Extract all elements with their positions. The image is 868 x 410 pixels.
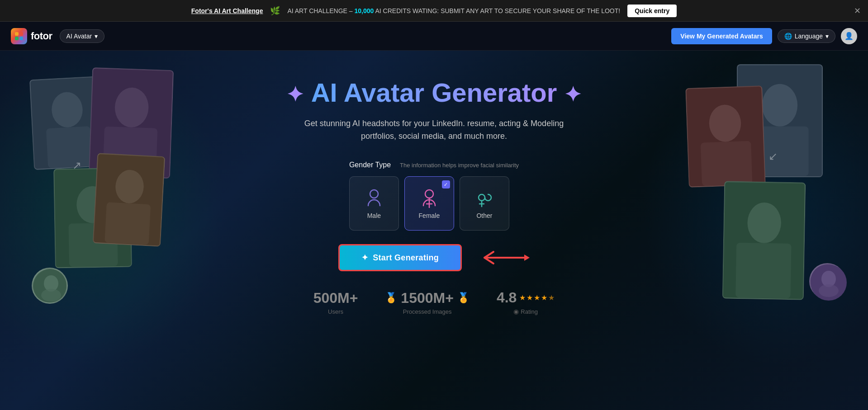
stat-images: 🏅 1500M+ 🏅 Processed Images bbox=[385, 290, 470, 315]
svg-point-35 bbox=[479, 194, 485, 201]
logo[interactable]: fotor bbox=[11, 28, 52, 44]
arrow-svg bbox=[475, 246, 530, 269]
users-number: 500M+ bbox=[313, 290, 358, 306]
ai-avatar-label: AI Avatar bbox=[66, 33, 92, 40]
users-label: Users bbox=[328, 308, 343, 315]
banner-description: AI ART CHALLENGE – 10,000 AI CREDITS WAT… bbox=[287, 7, 620, 14]
gender-hint-text: The information helps improve facial sim… bbox=[400, 162, 519, 169]
challenge-link[interactable]: Fotor's AI Art Challenge bbox=[191, 7, 263, 14]
leaf-icon: 🌿 bbox=[270, 6, 280, 16]
center-content: ✦ AI Avatar Generator ✦ Get stunning AI … bbox=[0, 51, 868, 315]
images-label: Processed Images bbox=[403, 308, 452, 315]
start-generating-button[interactable]: ✦ Start Generating bbox=[338, 244, 462, 271]
start-generating-container: ✦ Start Generating bbox=[338, 244, 530, 271]
stat-rating: 4.8 ★ ★ ★ ★ ★ ◉ Rating bbox=[497, 289, 555, 315]
gender-card-male[interactable]: Male bbox=[349, 176, 399, 231]
wand-icon: ✦ bbox=[361, 253, 368, 263]
close-banner-button[interactable]: ✕ bbox=[854, 6, 861, 16]
svg-rect-1 bbox=[19, 32, 23, 36]
svg-rect-0 bbox=[15, 32, 19, 36]
header-left: fotor AI Avatar ▾ bbox=[11, 28, 104, 44]
top-banner: Fotor's AI Art Challenge 🌿 AI ART CHALLE… bbox=[0, 0, 868, 22]
header: fotor AI Avatar ▾ View My Generated Avat… bbox=[0, 22, 868, 51]
credits-highlight: 10,000 bbox=[355, 7, 374, 14]
arrow-indicator bbox=[475, 246, 530, 269]
laurel-right-icon: 🏅 bbox=[457, 292, 470, 304]
rating-label: Rating bbox=[521, 308, 538, 315]
gender-header: Gender Type The information helps improv… bbox=[349, 161, 519, 169]
hero-subtitle: Get stunning AI headshots for your Linke… bbox=[299, 117, 570, 143]
svg-point-32 bbox=[425, 190, 433, 198]
gender-cards: Male ✓ Female bbox=[349, 176, 509, 231]
ai-avatar-dropdown[interactable]: AI Avatar ▾ bbox=[60, 29, 105, 43]
female-selected-check: ✓ bbox=[442, 180, 450, 189]
other-gender-icon bbox=[474, 188, 495, 208]
male-gender-icon bbox=[364, 188, 384, 208]
star-4: ★ bbox=[541, 293, 547, 302]
globe-icon: 🌐 bbox=[784, 33, 792, 40]
other-gender-label: Other bbox=[476, 212, 492, 219]
logo-text: fotor bbox=[31, 30, 52, 42]
quick-entry-button[interactable]: Quick entry bbox=[627, 5, 677, 17]
star-2: ★ bbox=[526, 293, 533, 302]
images-with-icons: 🏅 1500M+ 🏅 bbox=[385, 290, 470, 306]
star-half: ★ bbox=[548, 293, 555, 302]
logo-icon bbox=[11, 28, 27, 44]
stats-row: 500M+ Users 🏅 1500M+ 🏅 Processed Images … bbox=[313, 289, 555, 315]
compass-icon: ◉ bbox=[513, 308, 519, 315]
star-1: ★ bbox=[519, 293, 526, 302]
page-title: ✦ AI Avatar Generator ✦ bbox=[286, 78, 582, 108]
svg-marker-38 bbox=[524, 254, 530, 261]
title-ai-text: AI Avatar Generator bbox=[311, 78, 564, 107]
gender-card-female[interactable]: ✓ Female bbox=[404, 176, 454, 231]
images-number: 1500M+ bbox=[401, 290, 454, 306]
gender-type-label: Gender Type bbox=[349, 161, 391, 169]
chevron-down-icon: ▾ bbox=[95, 33, 98, 40]
user-avatar[interactable]: 👤 bbox=[841, 28, 857, 44]
sparkle-left-icon: ✦ bbox=[286, 83, 304, 106]
gender-card-other[interactable]: Other bbox=[460, 176, 509, 231]
chevron-down-icon: ▾ bbox=[825, 33, 829, 40]
male-gender-label: Male bbox=[367, 212, 381, 219]
female-gender-label: Female bbox=[419, 212, 440, 219]
rating-number: 4.8 bbox=[497, 289, 517, 306]
laurel-left-icon: 🏅 bbox=[385, 292, 397, 304]
star-rating: ★ ★ ★ ★ ★ bbox=[519, 293, 555, 302]
svg-rect-2 bbox=[15, 37, 19, 40]
language-label: Language bbox=[795, 33, 823, 40]
svg-rect-3 bbox=[19, 37, 23, 40]
language-selector[interactable]: 🌐 Language ▾ bbox=[778, 29, 835, 43]
rating-with-stars: 4.8 ★ ★ ★ ★ ★ bbox=[497, 289, 555, 306]
star-3: ★ bbox=[534, 293, 540, 302]
gender-type-section: Gender Type The information helps improv… bbox=[349, 161, 519, 231]
main-content: ↗ bbox=[0, 51, 868, 410]
view-generated-avatars-button[interactable]: View My Generated Avatars bbox=[671, 28, 772, 44]
svg-point-31 bbox=[370, 190, 378, 198]
stat-users: 500M+ Users bbox=[313, 290, 358, 315]
header-right: View My Generated Avatars 🌐 Language ▾ 👤 bbox=[671, 28, 857, 44]
female-gender-icon bbox=[419, 188, 440, 208]
sparkle-right-icon: ✦ bbox=[564, 83, 582, 106]
start-btn-label: Start Generating bbox=[373, 253, 439, 263]
